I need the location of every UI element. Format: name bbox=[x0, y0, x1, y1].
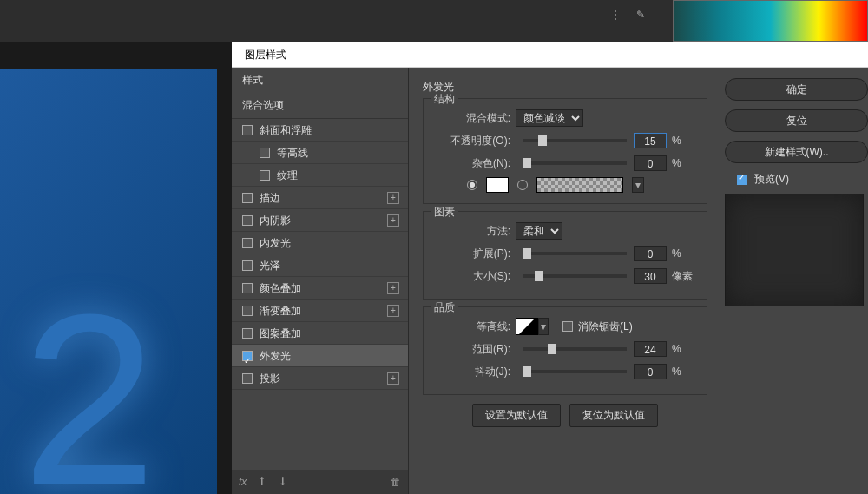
plus-icon[interactable]: + bbox=[387, 192, 399, 204]
color-swatch[interactable] bbox=[486, 177, 509, 193]
style-label: 光泽 bbox=[260, 254, 280, 277]
solid-color-radio[interactable] bbox=[467, 180, 477, 190]
plus-icon[interactable]: + bbox=[387, 305, 399, 317]
elements-legend: 图素 bbox=[431, 205, 458, 220]
jitter-slider[interactable] bbox=[523, 370, 627, 373]
noise-slider[interactable] bbox=[523, 161, 627, 165]
set-default-button[interactable]: 设置为默认值 bbox=[472, 404, 561, 427]
contour-picker[interactable] bbox=[516, 318, 538, 335]
style-checkbox[interactable] bbox=[242, 351, 253, 361]
size-label: 大小(S): bbox=[432, 269, 510, 284]
app-top-bar: ⋮ ✎ bbox=[0, 0, 868, 42]
quality-fieldset: 品质 等高线: ▾ 消除锯齿(L) 范围(R): 24 % 抖动(J): bbox=[423, 306, 707, 395]
arrow-down-icon[interactable]: 🠗 bbox=[278, 476, 288, 488]
style-item-7[interactable]: 颜色叠加+ bbox=[232, 277, 408, 300]
section-title: 外发光 bbox=[423, 80, 707, 95]
range-slider[interactable] bbox=[523, 347, 627, 351]
plus-icon[interactable]: + bbox=[387, 214, 399, 227]
style-item-4[interactable]: 内阴影+ bbox=[232, 209, 408, 232]
style-checkbox[interactable] bbox=[242, 373, 253, 384]
pct-unit: % bbox=[672, 343, 698, 355]
contour-dropdown-icon[interactable]: ▾ bbox=[538, 318, 549, 335]
spread-label: 扩展(P): bbox=[432, 247, 510, 261]
antialias-label: 消除锯齿(L) bbox=[578, 319, 633, 334]
style-label: 渐变叠加 bbox=[260, 300, 301, 322]
structure-legend: 结构 bbox=[431, 92, 458, 107]
noise-label: 杂色(N): bbox=[432, 156, 510, 171]
style-item-2[interactable]: 纹理 bbox=[232, 164, 408, 187]
color-spectrum[interactable] bbox=[673, 0, 868, 42]
brush-icon[interactable]: ✎ bbox=[630, 4, 651, 25]
style-checkbox[interactable] bbox=[242, 238, 253, 248]
style-label: 图案叠加 bbox=[260, 322, 301, 345]
size-value[interactable]: 30 bbox=[634, 268, 667, 284]
antialias-checkbox[interactable] bbox=[562, 321, 573, 332]
style-item-8[interactable]: 渐变叠加+ bbox=[232, 300, 408, 322]
dots-icon[interactable]: ⋮ bbox=[605, 4, 626, 25]
reset-default-button[interactable]: 复位为默认值 bbox=[569, 404, 658, 427]
fx-icon[interactable]: fx bbox=[239, 476, 247, 488]
jitter-label: 抖动(J): bbox=[432, 365, 510, 379]
style-checkbox[interactable] bbox=[242, 260, 253, 271]
technique-select[interactable]: 柔和 bbox=[516, 222, 562, 240]
contour-label: 等高线: bbox=[432, 319, 510, 334]
style-label: 投影 bbox=[260, 367, 280, 390]
style-label: 等高线 bbox=[277, 142, 308, 164]
style-checkbox[interactable] bbox=[242, 125, 253, 135]
canvas-number-2: 2 bbox=[22, 260, 157, 494]
style-checkbox[interactable] bbox=[260, 148, 270, 158]
noise-value[interactable]: 0 bbox=[634, 155, 667, 171]
cancel-button[interactable]: 复位 bbox=[725, 109, 868, 132]
elements-fieldset: 图素 方法: 柔和 扩展(P): 0 % 大小(S): 30 像素 bbox=[423, 211, 707, 300]
px-unit: 像素 bbox=[672, 269, 698, 284]
right-column: 确定 复位 新建样式(W).. 预览(V) bbox=[721, 68, 868, 494]
style-item-10[interactable]: 外发光 bbox=[232, 345, 408, 367]
gradient-radio[interactable] bbox=[517, 180, 528, 190]
size-slider[interactable] bbox=[523, 274, 627, 278]
opacity-value[interactable]: 15 bbox=[634, 133, 667, 148]
layer-style-dialog: 图层样式 样式 混合选项 斜面和浮雕等高线纹理描边+内阴影+内发光光泽颜色叠加+… bbox=[232, 42, 868, 494]
gradient-dropdown-icon[interactable]: ▾ bbox=[632, 177, 644, 193]
pct-unit: % bbox=[672, 135, 698, 147]
spread-value[interactable]: 0 bbox=[634, 246, 667, 261]
dialog-title: 图层样式 bbox=[232, 42, 868, 68]
style-checkbox[interactable] bbox=[242, 215, 253, 226]
range-label: 范围(R): bbox=[432, 342, 510, 357]
pct-unit: % bbox=[672, 157, 698, 169]
blend-options-item[interactable]: 混合选项 bbox=[232, 93, 408, 119]
style-checkbox[interactable] bbox=[242, 283, 253, 293]
styles-header[interactable]: 样式 bbox=[232, 68, 408, 93]
style-label: 斜面和浮雕 bbox=[260, 119, 312, 142]
pct-unit: % bbox=[672, 366, 698, 378]
gradient-preview[interactable] bbox=[536, 177, 623, 193]
style-item-1[interactable]: 等高线 bbox=[232, 142, 408, 164]
jitter-value[interactable]: 0 bbox=[634, 364, 667, 379]
style-checkbox[interactable] bbox=[242, 193, 253, 203]
trash-icon[interactable]: 🗑 bbox=[391, 476, 401, 488]
style-checkbox[interactable] bbox=[242, 328, 253, 339]
style-item-11[interactable]: 投影+ bbox=[232, 367, 408, 390]
style-label: 颜色叠加 bbox=[260, 277, 301, 300]
preview-checkbox[interactable] bbox=[737, 175, 747, 185]
opacity-label: 不透明度(O): bbox=[432, 134, 510, 148]
style-item-0[interactable]: 斜面和浮雕 bbox=[232, 119, 408, 142]
ok-button[interactable]: 确定 bbox=[725, 78, 868, 101]
settings-column: 外发光 结构 混合模式: 颜色减淡 不透明度(O): 15 % 杂色(N): 0 bbox=[409, 68, 721, 494]
style-checkbox[interactable] bbox=[242, 306, 253, 316]
style-item-3[interactable]: 描边+ bbox=[232, 187, 408, 209]
preview-label: 预览(V) bbox=[754, 172, 789, 187]
style-label: 内阴影 bbox=[260, 209, 291, 232]
spread-slider[interactable] bbox=[523, 252, 627, 255]
new-style-button[interactable]: 新建样式(W).. bbox=[725, 141, 868, 163]
style-item-5[interactable]: 内发光 bbox=[232, 232, 408, 254]
arrow-up-icon[interactable]: 🠕 bbox=[257, 476, 267, 488]
blend-mode-select[interactable]: 颜色减淡 bbox=[516, 109, 583, 127]
style-item-6[interactable]: 光泽 bbox=[232, 254, 408, 277]
plus-icon[interactable]: + bbox=[387, 372, 399, 385]
style-item-9[interactable]: 图案叠加 bbox=[232, 322, 408, 345]
style-checkbox[interactable] bbox=[260, 170, 270, 181]
style-label: 内发光 bbox=[260, 232, 291, 254]
range-value[interactable]: 24 bbox=[634, 341, 667, 357]
plus-icon[interactable]: + bbox=[387, 282, 399, 294]
opacity-slider[interactable] bbox=[523, 139, 627, 142]
